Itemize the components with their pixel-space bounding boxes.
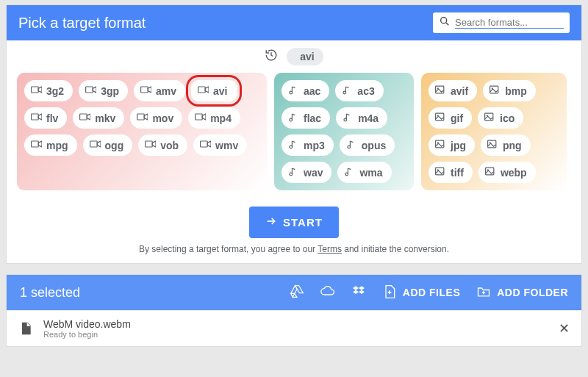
- audio-group: aacac3flacm4amp3opuswavwma: [274, 73, 414, 190]
- video-icon: [79, 111, 90, 125]
- start-label: START: [283, 216, 323, 229]
- format-webp[interactable]: webp: [478, 162, 536, 183]
- file-name: WebM video.webm: [43, 318, 548, 330]
- format-label: avif: [451, 85, 468, 97]
- format-label: ac3: [357, 85, 374, 97]
- terms-link[interactable]: Terms: [318, 244, 342, 254]
- svg-point-4: [441, 18, 447, 24]
- format-ogg[interactable]: ogg: [83, 134, 133, 156]
- disclaimer-text: By selecting a target format, you agree …: [7, 244, 581, 263]
- format-label: bmp: [505, 85, 527, 97]
- format-3g2[interactable]: 3g2: [24, 80, 73, 101]
- format-label: tiff: [451, 167, 464, 179]
- format-aac[interactable]: aac: [282, 80, 329, 101]
- format-ac3[interactable]: ac3: [335, 80, 383, 101]
- format-wmv[interactable]: wmv: [193, 134, 247, 156]
- format-jpg[interactable]: jpg: [429, 134, 475, 156]
- format-png[interactable]: png: [481, 134, 531, 156]
- format-label: gif: [451, 112, 463, 124]
- format-label: wma: [359, 167, 382, 179]
- format-label: aac: [304, 85, 320, 97]
- cloud-icon[interactable]: [320, 284, 335, 301]
- format-amv[interactable]: amv: [134, 80, 185, 101]
- format-picker-panel: Pick a target format avi 3g23gpamvaviflv…: [6, 4, 582, 264]
- format-label: vob: [160, 140, 179, 151]
- format-wav[interactable]: wav: [282, 162, 331, 183]
- format-vob[interactable]: vob: [138, 134, 187, 156]
- video-icon: [30, 111, 42, 125]
- recent-format-chip[interactable]: avi: [287, 48, 323, 65]
- image-group: avifbmpgificojpgpngtiffwebp: [421, 73, 567, 190]
- folder-add-icon: [476, 284, 491, 301]
- music-note-icon: [345, 138, 357, 152]
- video-icon: [144, 138, 156, 152]
- video-icon: [136, 111, 148, 125]
- format-label: amv: [156, 85, 176, 97]
- format-label: 3g2: [46, 85, 64, 97]
- history-icon: [265, 49, 278, 65]
- format-label: jpg: [451, 140, 466, 151]
- format-mov[interactable]: mov: [130, 107, 182, 129]
- format-label: wmv: [215, 140, 238, 151]
- format-avif[interactable]: avif: [429, 80, 477, 101]
- format-flv[interactable]: flv: [24, 107, 67, 129]
- video-icon: [199, 138, 211, 152]
- format-label: mpg: [46, 140, 68, 151]
- remove-file-button[interactable]: ✕: [559, 320, 570, 337]
- format-tiff[interactable]: tiff: [429, 162, 473, 183]
- add-folder-button[interactable]: ADD FOLDER: [476, 284, 568, 301]
- format-mkv[interactable]: mkv: [73, 107, 124, 129]
- image-icon: [434, 84, 446, 98]
- image-icon: [484, 165, 496, 179]
- format-mpg[interactable]: mpg: [24, 134, 77, 156]
- format-label: flac: [304, 112, 321, 124]
- format-mp3[interactable]: mp3: [282, 134, 334, 156]
- file-add-icon: [382, 284, 397, 301]
- selection-count: 1 selected: [20, 285, 80, 301]
- files-toolbar: 1 selected ADD FILES ADD FOLDER: [7, 275, 581, 310]
- format-label: flv: [46, 112, 58, 124]
- search-input[interactable]: [455, 17, 564, 29]
- format-label: opus: [362, 140, 386, 151]
- format-label: mkv: [95, 112, 115, 124]
- format-flac[interactable]: flac: [282, 107, 330, 129]
- format-gif[interactable]: gif: [429, 107, 472, 129]
- format-m4a[interactable]: m4a: [336, 107, 387, 129]
- recent-format-label: avi: [300, 51, 314, 62]
- format-opus[interactable]: opus: [340, 134, 395, 156]
- start-button[interactable]: START: [249, 207, 339, 238]
- format-label: avi: [213, 85, 227, 97]
- image-icon: [434, 165, 446, 179]
- music-note-icon: [287, 165, 299, 179]
- format-avi[interactable]: avi: [191, 80, 236, 101]
- search-icon: [439, 15, 455, 30]
- panel-title: Pick a target format: [18, 15, 146, 32]
- format-3gp[interactable]: 3gp: [79, 80, 128, 101]
- music-note-icon: [343, 165, 355, 179]
- image-icon: [484, 111, 495, 125]
- format-ico[interactable]: ico: [478, 107, 523, 129]
- add-files-button[interactable]: ADD FILES: [382, 284, 460, 301]
- search-box[interactable]: [433, 12, 570, 33]
- format-label: ogg: [105, 140, 124, 151]
- video-icon: [30, 84, 42, 98]
- video-group: 3g23gpamvaviflvmkvmovmp4mpgoggvobwmv: [17, 73, 267, 190]
- format-wma[interactable]: wma: [337, 162, 391, 183]
- files-panel: 1 selected ADD FILES ADD FOLDER WebM vid…: [6, 274, 582, 347]
- format-label: mp3: [304, 140, 325, 151]
- image-icon: [434, 138, 446, 152]
- format-bmp[interactable]: bmp: [483, 80, 536, 101]
- video-icon: [140, 84, 151, 98]
- file-row: WebM video.webm Ready to begin ✕: [7, 310, 581, 346]
- video-icon: [85, 84, 96, 98]
- file-icon: [18, 321, 33, 336]
- video-icon: [194, 111, 206, 125]
- format-mp4[interactable]: mp4: [188, 107, 240, 129]
- dropbox-icon[interactable]: [351, 284, 366, 301]
- music-note-icon: [287, 111, 299, 125]
- format-label: wav: [304, 167, 323, 179]
- format-label: png: [503, 140, 522, 151]
- music-note-icon: [287, 138, 299, 152]
- gdrive-icon[interactable]: [290, 284, 304, 301]
- format-label: mov: [152, 112, 173, 124]
